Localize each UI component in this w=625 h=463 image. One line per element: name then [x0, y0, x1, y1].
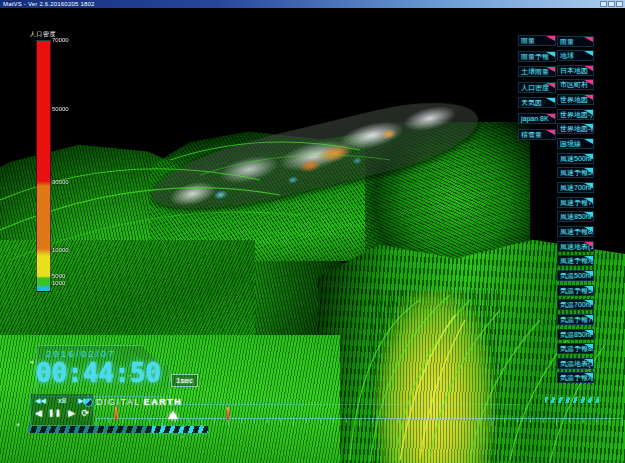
menu-button[interactable]: 雨量: [518, 35, 556, 46]
loop-button[interactable]: ⟳: [81, 408, 89, 418]
menu-button[interactable]: 風速予報85: [557, 226, 594, 237]
timeline-tick: [556, 419, 557, 426]
timeline-tick: [175, 419, 176, 423]
menu-button[interactable]: 気温予報70: [557, 314, 594, 325]
timeline-event-marker[interactable]: [227, 407, 229, 420]
minimize-button[interactable]: [600, 1, 607, 7]
corner-tab-icon: [584, 300, 593, 305]
menu-button[interactable]: 土壌雨量: [518, 66, 556, 77]
corner-tab-icon: [584, 373, 593, 378]
corner-tab-icon: [584, 183, 593, 188]
corner-tab-icon: [584, 168, 593, 173]
timeline-tick: [201, 419, 202, 423]
corner-tab-icon: [584, 80, 593, 85]
maximize-button[interactable]: [608, 1, 615, 7]
logo-word-digital: DIGITAL: [96, 397, 141, 407]
menu-button[interactable]: 国境線: [557, 138, 594, 149]
menu-button[interactable]: 気温500hPa: [557, 270, 594, 281]
menu-button[interactable]: 気温地表(1: [557, 358, 594, 369]
timeline-tick: [280, 419, 281, 423]
timeline-tick: [109, 419, 110, 423]
timeline-tick: [214, 419, 215, 423]
timeline-tick: [372, 419, 373, 423]
corner-tab-icon: [584, 344, 593, 349]
menu-button[interactable]: 市区町村: [557, 79, 594, 90]
timeline-tick: [438, 419, 439, 423]
legend-tick-label: 50000: [52, 106, 92, 112]
timeline-tick: [451, 419, 452, 423]
close-button[interactable]: [616, 1, 623, 7]
timeline-rail: [170, 404, 622, 405]
timeline-tick: [530, 419, 531, 423]
digital-earth-logo: DIGITAL EARTH: [84, 397, 182, 407]
hud-dash-decoration: [545, 397, 599, 403]
menu-button[interactable]: 風速700hPa: [557, 182, 594, 193]
timeline-tick: [306, 419, 307, 423]
corner-tab-icon: [584, 256, 593, 261]
timeline-tick: [517, 419, 518, 423]
title-bar: MatVS - Ver 2.6.20160205 1802: [0, 0, 625, 8]
menu-button[interactable]: 世界地図: [557, 94, 594, 105]
menu-button[interactable]: 風速予報地: [557, 255, 594, 266]
menu-button[interactable]: 風速予報70: [557, 197, 594, 208]
menu-button[interactable]: 気温850hPa: [557, 329, 594, 340]
corner-tab-icon: [546, 83, 555, 88]
corner-tab-icon: [546, 98, 555, 103]
timeline-tick: [149, 419, 150, 423]
corner-tab-icon: [546, 130, 555, 135]
timeline-tick: [162, 419, 163, 426]
timeline-tick: [320, 419, 321, 423]
timeline-tick: [425, 419, 426, 426]
menu-button[interactable]: 気温予報85: [557, 343, 594, 354]
timeline-tick: [135, 419, 136, 423]
menu-button[interactable]: 積雪量: [518, 129, 556, 140]
window-title: MatVS - Ver 2.6.20160205 1802: [0, 0, 95, 8]
window-controls: [600, 1, 623, 7]
corner-tab-icon: [584, 359, 593, 364]
corner-tab-icon: [584, 227, 593, 232]
menu-button[interactable]: 天気図: [518, 97, 556, 108]
rewind-icon[interactable]: ◀◀: [35, 397, 46, 405]
menu-button[interactable]: 世界地図-河: [557, 109, 594, 120]
corner-tab-icon: [584, 198, 593, 203]
timeline-event-marker[interactable]: [115, 407, 117, 420]
timeline-tick: [293, 419, 294, 426]
step-back-button[interactable]: ◀: [35, 408, 42, 418]
timeline-tick: [241, 419, 242, 423]
timeline-tick: [398, 419, 399, 423]
menu-button[interactable]: 気温700hPa: [557, 299, 594, 310]
menu-button[interactable]: 人口密度: [518, 82, 556, 93]
play-button[interactable]: ▶: [68, 408, 75, 418]
timeline-tick: [491, 419, 492, 426]
menu-button[interactable]: 風速850hPa: [557, 211, 594, 222]
menu-button[interactable]: 風速予報50: [557, 167, 594, 178]
menu-button[interactable]: 風速地表(1: [557, 241, 594, 252]
menu-button[interactable]: 日本地図: [557, 65, 594, 76]
legend-tick-label: 30000: [52, 179, 92, 185]
corner-tab-icon: [584, 51, 593, 56]
application-window: MatVS - Ver 2.6.20160205 1802: [0, 0, 625, 463]
legend-tick-label: 5000: [52, 273, 92, 279]
wind-flow-yellow-streaks: [370, 290, 500, 463]
menu-button[interactable]: 気温予報50: [557, 285, 594, 296]
corner-tab-icon: [584, 139, 593, 144]
menu-button[interactable]: japan 8K: [518, 113, 556, 124]
menu-button[interactable]: 風速500hPa: [557, 153, 594, 164]
timeline-tick: [583, 419, 584, 423]
corner-tab-icon: [584, 154, 593, 159]
time-display: 00:44:50: [36, 358, 161, 388]
timeline-tick: [622, 419, 623, 426]
timeline-tick: [596, 419, 597, 423]
timeline-tick: [477, 419, 478, 423]
menu-button[interactable]: 雨量: [557, 36, 594, 47]
menu-button[interactable]: 気温予報地: [557, 372, 594, 383]
pause-button[interactable]: ❚❚: [48, 408, 62, 418]
corner-tab-icon: [584, 124, 593, 129]
timeline-tick: [359, 419, 360, 426]
menu-button[interactable]: 雨量予報: [518, 51, 556, 62]
menu-button[interactable]: 地球: [557, 50, 594, 61]
timeline-playhead[interactable]: [168, 411, 178, 419]
timeline-tick: [254, 419, 255, 423]
menu-button[interactable]: 世界地図-街: [557, 123, 594, 134]
timeline-tick: [188, 419, 189, 423]
